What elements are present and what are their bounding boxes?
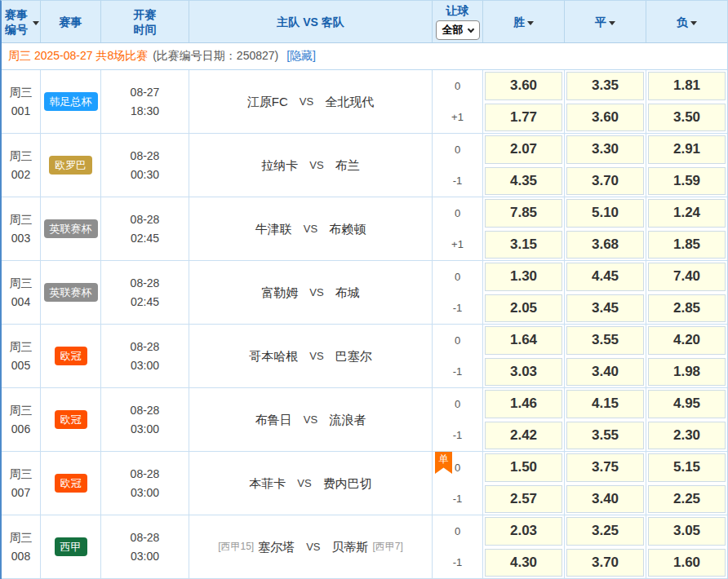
teams-cell: 拉纳卡 VS 布兰 — [189, 134, 433, 197]
start-date: 08-28 — [131, 465, 160, 484]
odds-lose[interactable]: 2.85 — [648, 294, 726, 323]
odds-draw[interactable]: 4.15 — [566, 390, 644, 418]
odds-draw[interactable]: 3.30 — [566, 135, 644, 164]
home-team[interactable]: 塞尔塔 — [258, 537, 295, 556]
odds-line: 3.60 3.35 1.81 — [483, 70, 727, 102]
odds-draw[interactable]: 3.55 — [566, 422, 644, 450]
home-team[interactable]: 哥本哈根 — [249, 347, 298, 365]
odds-lose[interactable]: 1.98 — [648, 358, 726, 387]
vs-label: VS — [309, 347, 323, 365]
league-badge[interactable]: 欧冠 — [55, 474, 87, 493]
odds-lose[interactable]: 4.20 — [648, 326, 726, 355]
header-lose[interactable]: 负 — [646, 1, 727, 42]
odds-draw[interactable]: 3.40 — [566, 358, 644, 387]
away-team[interactable]: 全北现代 — [325, 92, 374, 111]
league-cell: 西甲 — [41, 515, 101, 578]
odds-win[interactable]: 4.30 — [485, 549, 562, 577]
league-badge[interactable]: 欧冠 — [55, 410, 87, 429]
odds-win[interactable]: 1.64 — [485, 326, 562, 355]
odds-win[interactable]: 1.50 — [485, 453, 562, 482]
odds-win[interactable]: 2.05 — [485, 294, 562, 323]
odds-lose[interactable]: 7.40 — [648, 263, 726, 291]
vs-label: VS — [300, 92, 313, 111]
odds-win[interactable]: 4.35 — [485, 167, 562, 196]
odds-lose[interactable]: 3.50 — [648, 104, 726, 132]
league-badge[interactable]: 欧冠 — [55, 347, 87, 365]
away-team[interactable]: 布赖顿 — [329, 219, 366, 238]
odds-lose[interactable]: 2.25 — [648, 485, 726, 514]
odds-win[interactable]: 2.57 — [485, 485, 562, 514]
odds-win[interactable]: 7.85 — [485, 199, 562, 228]
away-team[interactable]: 流浪者 — [329, 410, 366, 429]
away-team[interactable]: 布城 — [335, 283, 360, 302]
odds-lose[interactable]: 1.81 — [648, 72, 726, 100]
odds-win[interactable]: 3.60 — [485, 72, 562, 100]
match-number-cell: 周三 003 — [2, 197, 41, 260]
league-badge[interactable]: 英联赛杯 — [44, 283, 98, 302]
start-time: 18:30 — [131, 102, 159, 121]
odds-lose[interactable]: 2.91 — [648, 135, 726, 164]
away-team[interactable]: 巴塞尔 — [335, 347, 372, 365]
match-number: 004 — [11, 293, 30, 312]
odds-win[interactable]: 2.07 — [485, 135, 562, 164]
home-team[interactable]: 拉纳卡 — [261, 156, 298, 175]
home-team[interactable]: 本菲卡 — [249, 474, 286, 493]
odds-draw[interactable]: 3.60 — [566, 104, 644, 132]
odds-win[interactable]: 3.15 — [485, 231, 562, 259]
odds-draw[interactable]: 4.45 — [566, 263, 644, 291]
odds-draw[interactable]: 3.35 — [566, 72, 644, 100]
header-win[interactable]: 胜 — [483, 1, 565, 42]
odds-draw[interactable]: 3.68 — [566, 231, 644, 259]
odds-lose[interactable]: 3.05 — [648, 517, 726, 546]
odds-draw[interactable]: 3.45 — [566, 294, 644, 323]
odds-lose[interactable]: 2.30 — [648, 422, 726, 450]
home-team[interactable]: 富勒姆 — [261, 283, 298, 302]
away-team[interactable]: 贝蒂斯 — [332, 537, 369, 556]
away-rank: [西甲7] — [373, 537, 403, 556]
league-badge[interactable]: 韩足总杯 — [44, 92, 98, 111]
start-time-cell: 08-27 18:30 — [101, 70, 189, 133]
handicap-filter-value: 全部 — [442, 23, 464, 38]
odds-draw[interactable]: 3.75 — [566, 453, 644, 482]
odds-win[interactable]: 2.42 — [485, 422, 562, 450]
header-match-number[interactable]: 赛事编号 — [2, 1, 41, 42]
home-team[interactable]: 布鲁日 — [255, 410, 292, 429]
vs-label: VS — [304, 410, 317, 429]
odds-line: 2.42 3.55 2.30 — [483, 420, 727, 452]
odds-win[interactable]: 1.77 — [485, 104, 562, 132]
handicap-filter-select[interactable]: 全部 — [436, 20, 480, 40]
odds-win[interactable]: 3.03 — [485, 358, 562, 387]
odds-win[interactable]: 1.30 — [485, 263, 562, 291]
header-draw[interactable]: 平 — [565, 1, 646, 42]
start-time: 00:30 — [131, 166, 159, 184]
odds-draw[interactable]: 5.10 — [566, 199, 644, 228]
odds-lose[interactable]: 5.15 — [648, 453, 726, 482]
odds-draw[interactable]: 3.70 — [566, 167, 644, 196]
odds-line: 2.07 3.30 2.91 — [483, 134, 727, 166]
odds-draw[interactable]: 3.40 — [566, 485, 644, 514]
odds-lose[interactable]: 1.59 — [648, 167, 726, 196]
odds-draw[interactable]: 3.70 — [566, 549, 644, 577]
odds-win[interactable]: 1.46 — [485, 390, 562, 418]
odds-draw[interactable]: 3.55 — [566, 326, 644, 355]
odds-lose[interactable]: 1.85 — [648, 231, 726, 259]
away-team[interactable]: 费内巴切 — [323, 474, 372, 493]
hide-link[interactable]: [隐藏] — [286, 49, 316, 64]
league-cell: 欧罗巴 — [41, 134, 101, 197]
match-row: 周三 007 欧冠 08-28 03:00 本菲卡 VS 费内巴切 单 0 -1… — [2, 452, 727, 515]
sort-caret-icon — [33, 21, 39, 25]
vs-label: VS — [306, 537, 320, 556]
home-team[interactable]: 江原FC — [247, 92, 288, 111]
match-row: 周三 005 欧冠 08-28 03:00 哥本哈根 VS 巴塞尔 0 -1 1… — [2, 325, 727, 388]
league-badge[interactable]: 西甲 — [55, 537, 87, 556]
odds-lose[interactable]: 1.60 — [648, 549, 726, 577]
league-badge[interactable]: 英联赛杯 — [44, 219, 98, 238]
league-badge[interactable]: 欧罗巴 — [49, 156, 92, 175]
odds-lose[interactable]: 4.95 — [648, 390, 726, 418]
away-team[interactable]: 布兰 — [335, 156, 360, 175]
odds-win[interactable]: 2.03 — [485, 517, 562, 546]
odds-draw[interactable]: 3.25 — [566, 517, 644, 546]
odds-lose[interactable]: 1.24 — [648, 199, 726, 228]
odds-grid: 1.46 4.15 4.95 2.42 3.55 2.30 — [483, 388, 727, 451]
home-team[interactable]: 牛津联 — [255, 219, 292, 238]
